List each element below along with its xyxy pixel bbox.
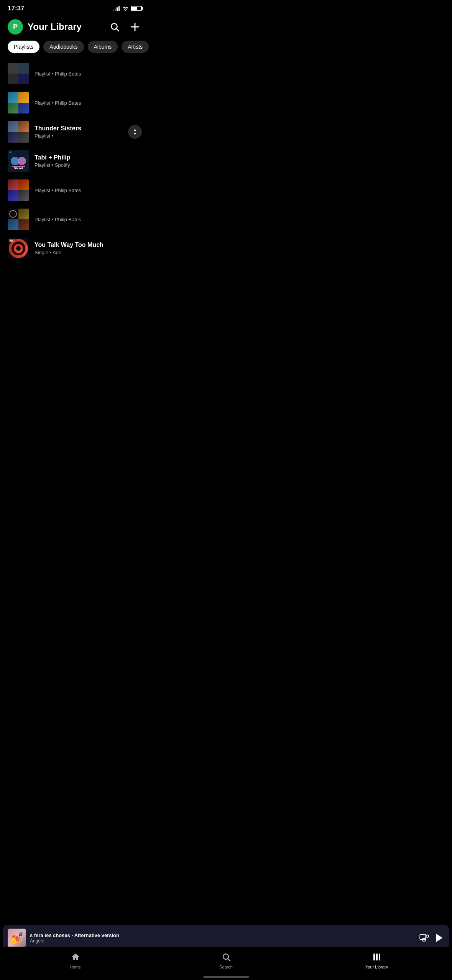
- item-info: Tabi + Philip Playlist • Spotify: [35, 154, 142, 168]
- signal-icon: [113, 6, 120, 11]
- header-actions: [108, 20, 142, 34]
- item-info: Playlist • Philip Bates: [35, 100, 142, 106]
- page-title: Your Library: [28, 21, 82, 32]
- filter-chip-playlists[interactable]: Playlists: [8, 41, 39, 53]
- artwork-mosaic: [8, 179, 29, 201]
- add-library-button[interactable]: [128, 20, 142, 34]
- artwork-mosaic: [8, 92, 29, 113]
- status-bar: 17:37: [0, 0, 150, 15]
- list-item[interactable]: Thunder Sisters Playlist •: [0, 117, 150, 146]
- filter-chip-audiobooks[interactable]: Audiobooks: [43, 41, 84, 53]
- header-left: P Your Library: [8, 19, 82, 35]
- list-item[interactable]: Blend Tabi + Philip Playlist • Spotify: [0, 146, 150, 176]
- artwork-mosaic: [8, 121, 29, 143]
- item-subtitle: Playlist • Philip Bates: [35, 187, 142, 193]
- list-item[interactable]: Playlist • Philip Bates: [0, 88, 150, 117]
- artwork-mosaic: [8, 209, 29, 230]
- list-item[interactable]: Playlist • Philip Bates: [0, 59, 150, 88]
- item-subtitle: Playlist • Philip Bates: [35, 100, 142, 106]
- item-info: Thunder Sisters Playlist •: [35, 125, 123, 139]
- item-info: Playlist • Philip Bates: [35, 187, 142, 193]
- item-subtitle: Playlist • Spotify: [35, 162, 142, 168]
- wifi-icon: [122, 6, 129, 11]
- reorder-button[interactable]: [128, 125, 142, 139]
- search-library-button[interactable]: [108, 20, 121, 33]
- avatar[interactable]: P: [8, 19, 23, 35]
- battery-icon: [131, 6, 142, 11]
- status-icons: [113, 6, 142, 11]
- svg-line-1: [117, 29, 119, 31]
- status-time: 17:37: [8, 5, 24, 12]
- filter-chips: Playlists Audiobooks Albums Artists: [0, 41, 150, 59]
- search-icon: [110, 22, 120, 32]
- list-item[interactable]: Playlist • Philip Bates: [0, 176, 150, 205]
- filter-chip-albums[interactable]: Albums: [88, 41, 118, 53]
- blend-circles: [11, 156, 26, 166]
- item-info: You Talk Way Too Much Single • Adé: [35, 242, 142, 255]
- item-subtitle: Single • Adé: [35, 250, 142, 255]
- item-subtitle: Playlist • Philip Bates: [35, 217, 142, 222]
- reorder-icon: [131, 128, 138, 135]
- library-header: P Your Library: [0, 15, 150, 41]
- blend-dot: [10, 151, 11, 153]
- item-subtitle: Playlist •: [35, 133, 123, 139]
- blend-label: Blend: [8, 166, 29, 170]
- list-item[interactable]: Playlist • Philip Bates: [0, 205, 150, 234]
- item-title: Tabi + Philip: [35, 154, 142, 161]
- item-info: Playlist • Philip Bates: [35, 71, 142, 77]
- list-item[interactable]: AE You Talk Way Too Much Single • Adé: [0, 234, 150, 263]
- artwork-ytwm: AE: [8, 238, 29, 259]
- artwork-blend: Blend: [8, 150, 29, 172]
- item-info: Playlist • Philip Bates: [35, 217, 142, 222]
- item-subtitle: Playlist • Philip Bates: [35, 71, 142, 77]
- item-title: You Talk Way Too Much: [35, 242, 142, 248]
- artwork-mosaic: [8, 63, 29, 84]
- filter-chip-artists[interactable]: Artists: [122, 41, 149, 53]
- plus-icon: [130, 21, 140, 32]
- library-list: Playlist • Philip Bates Playlist • Phili…: [0, 59, 150, 266]
- item-title: Thunder Sisters: [35, 125, 123, 132]
